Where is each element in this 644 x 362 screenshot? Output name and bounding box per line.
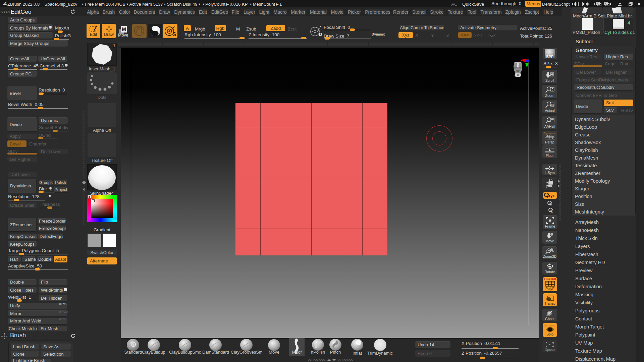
svg-text:D: D — [319, 32, 322, 37]
svg-text:x1: x1 — [551, 103, 554, 106]
svg-text:z: z — [551, 209, 553, 213]
svg-text:xyz: xyz — [548, 193, 554, 198]
svg-text:y: y — [550, 202, 552, 206]
